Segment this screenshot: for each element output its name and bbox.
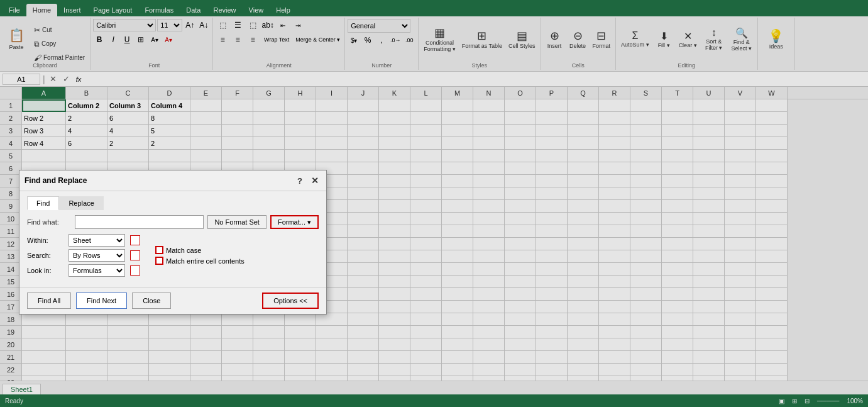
within-row: Within: Sheet Workbook [27, 234, 140, 247]
find-all-button[interactable]: Find All [27, 293, 71, 309]
dialog-titlebar: Find and Replace ? ✕ [19, 170, 326, 191]
close-dialog-button[interactable]: Close [132, 293, 171, 309]
dialog-body: Find Replace Find what: No Format Set Fo… [19, 191, 326, 287]
modal-overlay: Find and Replace ? ✕ Find Replace Find w… [0, 0, 868, 407]
dialog-help-button[interactable]: ? [294, 174, 306, 187]
match-case-label: Match case [166, 247, 201, 254]
within-dropdown-arrow[interactable] [130, 235, 140, 245]
options-section: Within: Sheet Workbook Search: By Rows [27, 234, 319, 277]
dialog-footer: Find All Find Next Close Options << [19, 287, 326, 314]
match-case-row: Match case [155, 246, 244, 254]
dropdown-options-group: Within: Sheet Workbook Search: By Rows [27, 234, 140, 277]
match-entire-row: Match entire cell contents [155, 257, 244, 265]
look-in-dropdown-arrow[interactable] [130, 265, 140, 276]
find-next-button[interactable]: Find Next [76, 293, 127, 309]
find-what-row: Find what: No Format Set Format... ▾ [27, 215, 319, 229]
search-select[interactable]: By Rows By Columns [69, 249, 125, 262]
look-in-label: Look in: [27, 267, 65, 274]
find-what-label: Find what: [27, 218, 71, 226]
dialog-tab-find[interactable]: Find [27, 196, 59, 210]
find-what-input[interactable] [75, 215, 204, 229]
look-in-select[interactable]: Formulas Values Comments [69, 264, 125, 277]
no-format-button[interactable]: No Format Set [207, 215, 266, 229]
match-entire-checkbox[interactable] [155, 257, 163, 265]
search-label: Search: [27, 252, 65, 259]
within-select[interactable]: Sheet Workbook [69, 234, 125, 247]
options-button[interactable]: Options << [262, 293, 319, 309]
find-replace-dialog: Find and Replace ? ✕ Find Replace Find w… [19, 170, 327, 315]
dialog-tab-replace[interactable]: Replace [59, 196, 103, 210]
app-layout: File Home Insert Page Layout Formulas Da… [0, 0, 868, 407]
within-label: Within: [27, 237, 65, 244]
dialog-title: Find and Replace [25, 176, 87, 185]
dialog-close-button[interactable]: ✕ [309, 174, 321, 187]
search-dropdown-arrow[interactable] [130, 250, 140, 260]
format-dropdown-button[interactable]: Format... ▾ [270, 215, 319, 229]
checkbox-options-group: Match case Match entire cell contents [155, 234, 244, 277]
match-case-checkbox[interactable] [155, 246, 163, 254]
match-entire-label: Match entire cell contents [166, 257, 244, 265]
look-in-row: Look in: Formulas Values Comments [27, 264, 140, 277]
dialog-tabs: Find Replace [27, 196, 319, 210]
search-row: Search: By Rows By Columns [27, 249, 140, 262]
